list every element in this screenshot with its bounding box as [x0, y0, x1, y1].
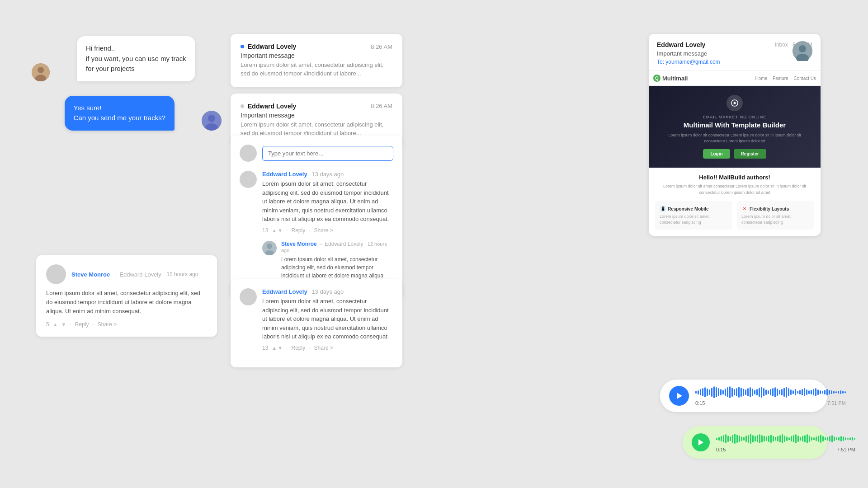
layout-icon: ✕	[741, 206, 748, 212]
mm-nav-feature[interactable]: Feature	[773, 76, 788, 81]
waveform-bar	[822, 436, 824, 441]
waveform-bar	[786, 436, 788, 441]
email-preview-1: Lorem ipsum dolor sit amet, consectetur …	[241, 61, 392, 78]
waveform-bar	[700, 389, 701, 395]
waveform-bar	[820, 435, 821, 443]
nested-avatar-1	[262, 241, 277, 255]
upvote-2[interactable]: ▲	[272, 345, 277, 351]
mm-body-title: Hello!! MailBuild authors!	[655, 174, 814, 181]
share-link-2[interactable]: Share >	[314, 345, 333, 351]
waveform-bar	[793, 435, 794, 442]
upvote-1[interactable]: ▲	[272, 228, 277, 233]
mm-nav-contact[interactable]: Contact Us	[794, 76, 816, 81]
card-upvote[interactable]: ▲	[53, 322, 58, 327]
comment-avatar-2	[240, 288, 257, 305]
waveform-bar	[852, 437, 853, 441]
comment-card-author: Steve Monroe	[71, 271, 110, 278]
mm-desc: Lorem ipsum dolor sit consectetur Lorem …	[658, 132, 811, 144]
comment-actions-2: 13 ▲ ▼ · Reply · Share >	[262, 345, 393, 351]
waveform-green-bars	[716, 432, 855, 445]
waveform-bar	[764, 436, 765, 441]
waveform-bar	[770, 389, 771, 395]
email-list: Eddward Lovely 8:26 AM Important message…	[231, 34, 402, 153]
waveform-bar	[725, 389, 726, 396]
waveform-bar	[721, 436, 722, 441]
waveform-bar	[811, 437, 812, 441]
waveform-bar	[835, 391, 837, 393]
waveform-bar	[739, 436, 740, 442]
card-share-link[interactable]: Share >	[98, 321, 117, 328]
svg-point-13	[734, 102, 736, 104]
downvote-1[interactable]: ▼	[278, 228, 283, 233]
reply-arrow-icon: →	[112, 271, 118, 278]
ev-inbox: Inbox	[775, 42, 788, 48]
waveform-bar	[791, 436, 792, 441]
waveform-bar	[759, 388, 760, 397]
waveform-bar	[818, 436, 819, 442]
mm-title: Multimail With Template Builder	[658, 121, 811, 129]
mm-hero: EMAIL MARKETING ONLINE Multimail With Te…	[649, 86, 821, 168]
comment-input[interactable]	[262, 146, 393, 161]
waveform-bar	[804, 435, 806, 442]
waveform-bar	[768, 436, 769, 442]
comment-input-row	[240, 145, 393, 162]
downvote-2[interactable]: ▼	[278, 345, 283, 351]
waveform-green: 0:15 7:51 PM	[716, 432, 855, 452]
waveform-bar	[829, 436, 830, 441]
waveform-bar	[845, 437, 846, 440]
email-card-1[interactable]: Eddward Lovely 8:26 AM Important message…	[231, 34, 402, 87]
waveform-bar	[731, 388, 733, 397]
waveform-bar	[775, 437, 776, 441]
waveform-bar	[727, 387, 728, 397]
mm-body-text: Lorem ipsum dolor sit amet consectetur L…	[655, 183, 814, 196]
comment-count-1: 13	[262, 227, 268, 234]
card-downvote[interactable]: ▼	[61, 322, 66, 327]
waveform-bar	[711, 388, 712, 397]
reply-link-2[interactable]: Reply	[291, 345, 305, 351]
waveform-bar	[745, 389, 746, 395]
card-reply-link[interactable]: Reply	[75, 321, 89, 328]
email-viewer: Eddward Lovely Inbox 8:26 AM Important m…	[649, 34, 821, 236]
waveform-bar	[750, 387, 751, 397]
comment-text-2: Lorem ipsum dolor sit amet, consectetur …	[262, 297, 393, 341]
waveform-bar	[759, 434, 760, 443]
waveform-bar	[802, 389, 803, 395]
svg-point-7	[267, 244, 272, 249]
mm-login-btn[interactable]: Login	[703, 149, 730, 159]
waveform-bar	[802, 436, 803, 441]
multimail-header: Q Multimail Home Feature Contact Us	[649, 71, 821, 86]
mm-register-btn[interactable]: Register	[734, 149, 766, 159]
waveform-bar	[811, 390, 812, 394]
waveform-bar	[752, 435, 754, 442]
waveform-bar	[808, 390, 810, 394]
share-link-1[interactable]: Share >	[314, 227, 333, 234]
waveform-bar	[729, 386, 731, 398]
waveform-bar	[773, 436, 774, 441]
waveform-bar	[723, 435, 724, 442]
waveform-bar	[786, 387, 787, 398]
mm-nav-home[interactable]: Home	[755, 76, 767, 81]
play-btn-green[interactable]	[692, 433, 710, 451]
waveform-bar	[747, 388, 749, 396]
voice-duration-green: 0:15	[716, 447, 726, 452]
comment-body-1: Eddward Lovely 13 days ago Lorem ipsum d…	[262, 171, 393, 234]
waveform-bar	[755, 436, 756, 441]
voice-duration-dark: 0:15	[695, 400, 705, 406]
waveform-bar	[838, 437, 840, 441]
comment-card-reply-to: Eddward Lovely	[119, 271, 161, 278]
waveform-bar	[720, 389, 722, 395]
waveform-bar	[766, 436, 767, 441]
waveform-bar	[718, 437, 720, 441]
play-btn-dark[interactable]	[669, 386, 689, 406]
waveform-bar	[788, 388, 789, 396]
reply-link-1[interactable]: Reply	[291, 227, 305, 234]
waveform-bar	[834, 436, 835, 441]
waveform-bar	[741, 436, 742, 441]
email-time-2: 8:26 AM	[371, 103, 392, 109]
ev-sender: Eddward Lovely	[657, 41, 705, 48]
waveform-bar	[713, 386, 715, 398]
waveform-bar	[750, 434, 751, 444]
waveform-bar	[781, 389, 783, 395]
waveform-bar	[829, 390, 830, 394]
waveform-bar	[822, 391, 823, 394]
